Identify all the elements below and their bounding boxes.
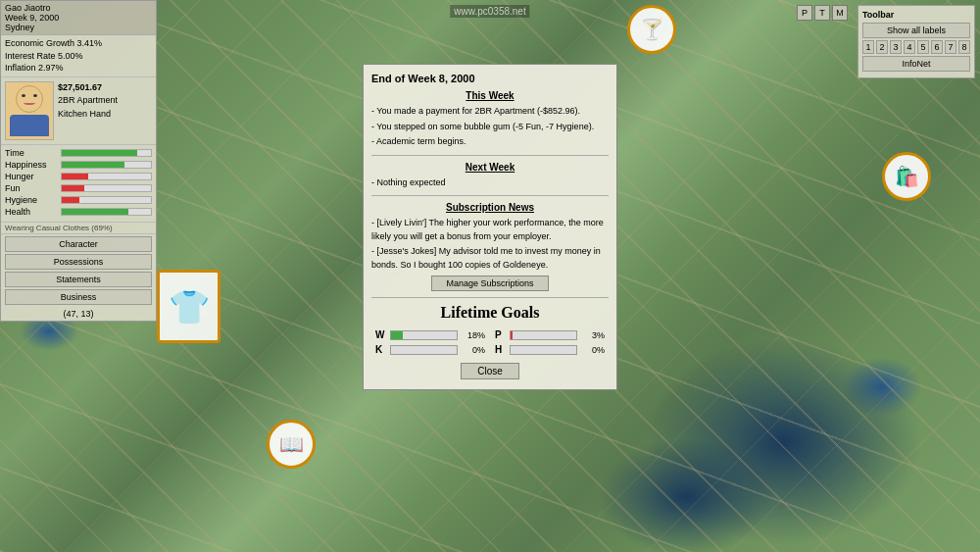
char-money: $27,501.67 [58,81,118,95]
character-button[interactable]: Character [5,236,152,252]
statements-button[interactable]: Statements [5,272,152,287]
num-btn-1[interactable]: 1 [862,40,874,54]
shopping-icon-map[interactable]: 🛍️ [882,152,931,201]
goal-h: H 0% [495,344,605,355]
stat-hygiene: Hygiene [5,195,152,205]
cocktail-icon-map[interactable]: 🍸 [627,5,676,54]
next-week-item-0: - Nothing expected [371,176,609,190]
stat-fun: Fun [5,183,152,193]
num-btn-8[interactable]: 8 [958,40,970,54]
close-button[interactable]: Close [461,363,519,379]
this-week-item-0: - You made a payment for 2BR Apartment (… [371,105,609,119]
this-week-item-2: - Academic term begins. [371,135,609,149]
num-btn-5[interactable]: 5 [917,40,929,54]
num-btn-7[interactable]: 7 [945,40,956,54]
economic-info: Economic Growth 3.41% Interest Rate 5.00… [1,35,156,77]
next-week-header: Next Week [371,162,609,173]
infonet-button[interactable]: InfoNet [862,56,970,72]
book-icon-map[interactable]: 📖 [267,420,316,469]
shirt-item[interactable]: 👕 [157,270,220,343]
lifetime-goals-title: Lifetime Goals [371,304,609,322]
city-info: Sydney [5,23,34,32]
stat-hunger: Hunger [5,172,152,181]
goals-grid: W 18% P 3% K 0% H 0% [371,329,609,355]
num-btn-4[interactable]: 4 [904,40,915,54]
char-job: Kitchen Hand [58,108,118,122]
p-button[interactable]: P [797,5,812,21]
subscription-news-header: Subscription News [371,202,609,213]
num-btn-6[interactable]: 6 [931,40,943,54]
stat-time: Time [5,148,152,158]
toolbar: Toolbar Show all labels 1 2 3 4 5 6 7 8 … [858,5,975,78]
stat-happiness: Happiness [5,160,152,170]
char-housing: 2BR Apartment [58,94,118,108]
main-dialog: End of Week 8, 2000 This Week - You made… [363,64,617,390]
subscription-item-0: - [Lively Livin'] The higher your work p… [371,217,609,243]
ptm-buttons: P T M [797,5,848,21]
player-name: Gao Jiaotro [5,3,51,13]
num-btn-2[interactable]: 2 [876,40,888,54]
this-week-item-1: - You stepped on some bubble gum (-5 Fun… [371,121,609,134]
coords-text: (47, 13) [1,307,156,321]
goal-w: W 18% [375,329,485,340]
possessions-button[interactable]: Possessions [5,254,152,270]
m-button[interactable]: M [832,5,848,21]
left-panel: Gao Jiaotro Week 9, 2000 Sydney Economic… [0,0,157,322]
this-week-header: This Week [371,90,609,101]
interest-text: Interest Rate 5.00% [5,50,152,63]
stat-health: Health [5,207,152,217]
t-button[interactable]: T [814,5,830,21]
manage-subscriptions-button[interactable]: Manage Subscriptions [431,276,549,291]
inflation-text: Inflation 2.97% [5,62,152,75]
avatar [5,81,54,140]
player-header: Gao Jiaotro Week 9, 2000 Sydney [1,1,156,35]
goal-k: K 0% [375,344,485,355]
char-info: $27,501.67 2BR Apartment Kitchen Hand [58,81,118,140]
wearing-text: Wearing Casual Clothes (69%) [1,223,156,234]
num-btn-3[interactable]: 3 [890,40,902,54]
business-button[interactable]: Business [5,289,152,305]
goal-p: P 3% [495,329,605,340]
subscription-item-1: - [Jesse's Jokes] My advisor told me to … [371,245,609,272]
stats-section: Time Happiness Hunger Fun Hygiene [1,145,156,223]
show-all-labels-button[interactable]: Show all labels [862,23,970,38]
dialog-title: End of Week 8, 2000 [371,73,609,84]
toolbar-title: Toolbar [862,10,970,20]
number-row: 1 2 3 4 5 6 7 8 [862,40,970,54]
growth-text: Economic Growth 3.41% [5,37,152,50]
week-info: Week 9, 2000 [5,13,59,23]
character-section: $27,501.67 2BR Apartment Kitchen Hand [1,77,156,145]
